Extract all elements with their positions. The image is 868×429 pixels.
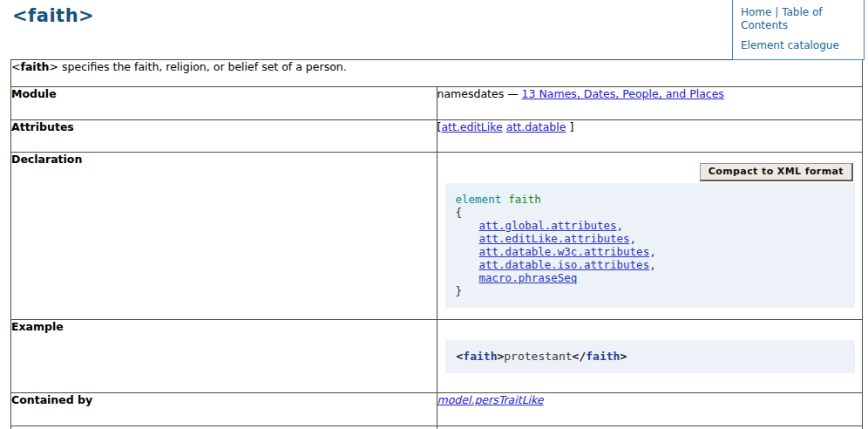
table-row-description: <faith> specifies the faith, religion, o…: [11, 60, 863, 87]
code-line-element: elementfaith: [456, 193, 845, 206]
code-link-att-datable-iso-attributes[interactable]: att.datable.iso.attributes: [479, 258, 650, 271]
code-member-comma: ,: [617, 219, 624, 232]
code-line-member: att.datable.iso.attributes,: [456, 258, 845, 271]
module-name: namesdates —: [437, 87, 522, 100]
example-label: Example: [11, 320, 437, 393]
code-link-att-editlike-attributes[interactable]: att.editLike.attributes: [479, 232, 630, 245]
description-cell: <faith> specifies the faith, religion, o…: [11, 60, 863, 87]
description-tag-name: faith: [20, 60, 49, 73]
description-text: specifies the faith, religion, or belief…: [58, 60, 347, 73]
attributes-bracket-close: ]: [566, 120, 573, 133]
example-endtag-open-bracket: </: [573, 350, 587, 363]
example-content-text: protestant: [504, 350, 572, 363]
table-row-example: Example <faith>protestant</faith>: [11, 320, 863, 393]
example-endtag-close-bracket: >: [620, 350, 627, 363]
table-row-cutoff: [11, 426, 863, 429]
table-row-module: Module namesdates — 13 Names, Dates, Peo…: [11, 87, 863, 120]
declaration-button-row: Compact to XML format: [437, 163, 854, 181]
cutoff-label-cell: [11, 426, 437, 429]
code-member-comma: ,: [649, 245, 656, 258]
code-open-brace: {: [456, 206, 463, 219]
declaration-value-cell: Compact to XML format elementfaith { att…: [437, 153, 863, 320]
attribute-class-link-datable[interactable]: att.datable: [506, 120, 566, 133]
module-chapter-link[interactable]: 13 Names, Dates, People, and Places: [522, 87, 724, 100]
description-tag-open: <: [11, 60, 20, 73]
nav-link-element-catalogue[interactable]: Element catalogue: [741, 39, 839, 51]
page-header: <faith> Home | Table of Contents Element…: [0, 0, 868, 56]
nav-line-1: Home | Table of Contents: [741, 6, 858, 32]
code-link-macro-phraseseq[interactable]: macro.phraseSeq: [479, 271, 578, 284]
attributes-label: Attributes: [11, 120, 437, 153]
declaration-label: Declaration: [11, 153, 437, 320]
code-close-brace: }: [456, 284, 463, 297]
table-row-attributes: Attributes [att.editLike att.datable ]: [11, 120, 863, 153]
cutoff-value-cell: [437, 426, 863, 429]
model-class-link-perstraitlike[interactable]: model.persTraitLike: [437, 393, 544, 406]
module-label: Module: [11, 87, 437, 120]
table-row-declaration: Declaration Compact to XML format elemen…: [11, 153, 863, 320]
code-line-member: att.global.attributes,: [456, 219, 845, 232]
code-member-comma: ,: [630, 232, 637, 245]
contained-by-label: Contained by: [11, 393, 437, 426]
description-tag-close: >: [50, 60, 58, 73]
declaration-code-block: elementfaith { att.global.attributes, at…: [445, 183, 856, 308]
example-endtag-name: faith: [586, 350, 620, 363]
attribute-class-link-editlike[interactable]: att.editLike: [441, 120, 502, 133]
element-spec-table: <faith> specifies the faith, religion, o…: [10, 59, 863, 429]
table-row-contained-by: Contained by model.persTraitLike: [11, 393, 863, 426]
nav-line-2: Element catalogue: [741, 39, 858, 52]
code-member-comma: ,: [649, 258, 656, 271]
contained-by-value-cell: model.persTraitLike: [437, 393, 863, 426]
attributes-value-cell: [att.editLike att.datable ]: [437, 120, 863, 153]
code-line-open-brace: {: [456, 206, 845, 219]
example-tag-name: faith: [463, 350, 497, 363]
nav-separator: |: [775, 6, 778, 18]
example-code-block: <faith>protestant</faith>: [445, 340, 856, 373]
code-link-att-datable-w3c-attributes[interactable]: att.datable.w3c.attributes: [479, 245, 650, 258]
code-line-member: att.datable.w3c.attributes,: [456, 245, 845, 258]
compact-to-xml-button[interactable]: Compact to XML format: [700, 163, 853, 181]
code-keyword-element: element: [456, 193, 502, 206]
code-link-att-global-attributes[interactable]: att.global.attributes: [479, 219, 617, 232]
code-line-close-brace: }: [456, 284, 845, 297]
nav-link-home[interactable]: Home: [741, 6, 771, 18]
code-line-member: att.editLike.attributes,: [456, 232, 845, 245]
module-value-cell: namesdates — 13 Names, Dates, People, an…: [437, 87, 863, 120]
code-element-name: faith: [508, 193, 541, 206]
nav-box: Home | Table of Contents Element catalog…: [732, 0, 865, 60]
code-line-member: macro.phraseSeq: [456, 271, 845, 284]
example-value-cell: <faith>protestant</faith>: [437, 320, 863, 393]
